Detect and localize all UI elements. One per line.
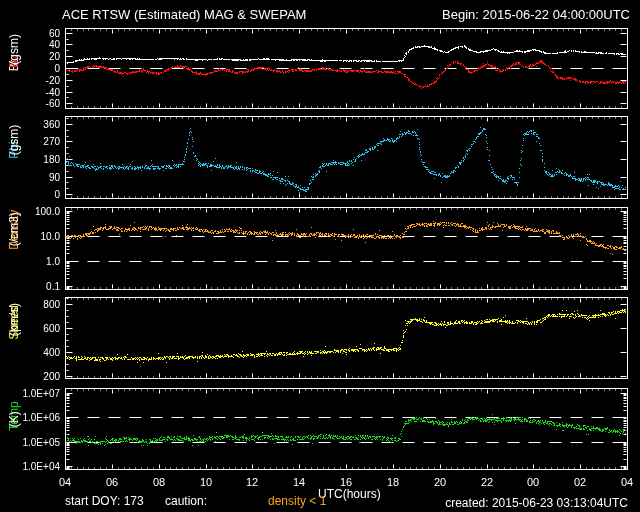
y-axis-label-mag: Bt Bz (gsm)	[0, 28, 28, 108]
ace-rtsw-plot: ACE RTSW (Estimated) MAG & SWEPAM Begin:…	[0, 0, 640, 512]
y-axis-label-temp: Temp (K)	[0, 388, 28, 469]
begin-timestamp: Begin: 2015-06-22 04:00:00UTC	[442, 7, 630, 22]
y-axis-label-density: Density (/cm3)	[0, 207, 28, 289]
created-timestamp: created: 2015-06-23 03:13:04UTC	[445, 496, 628, 510]
chart-canvas	[0, 0, 640, 512]
y-axis-label-phi: Phi (gsm)	[0, 116, 28, 198]
y-axis-label-speed: Speed (km/s)	[0, 297, 28, 378]
start-doy-label: start DOY: 173	[65, 494, 144, 508]
page-title: ACE RTSW (Estimated) MAG & SWEPAM	[62, 7, 306, 22]
x-axis-label: UTC(hours)	[318, 487, 381, 501]
caution-value: density < 1	[268, 494, 326, 508]
caution-label: caution:	[165, 494, 207, 508]
